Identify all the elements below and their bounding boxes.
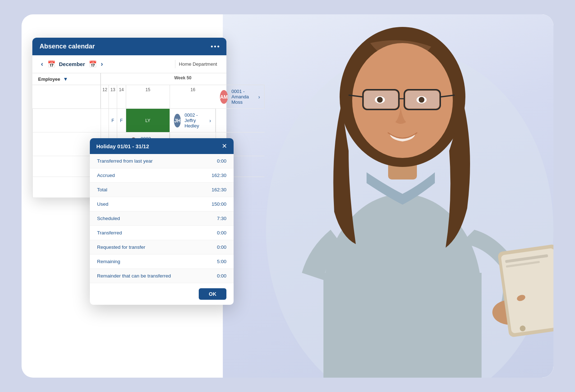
month-label: December <box>59 61 85 67</box>
employee-col-header: Employee ▼ <box>32 73 101 85</box>
emp-arrow-amanda[interactable]: › <box>258 94 260 100</box>
day-header-13: 13 <box>109 85 116 109</box>
modal-footer: OK <box>90 283 234 305</box>
day-header-16: 16 <box>170 85 216 109</box>
calendar-header: Absence calendar <box>32 38 226 55</box>
modal-header: Holiday 01/01 - 31/12 ✕ <box>90 138 234 154</box>
modal-row-transferred: Transferred 0:00 <box>90 226 234 240</box>
avatar-jeffry: JH <box>174 114 181 127</box>
person-figure <box>230 14 553 378</box>
next-month-button[interactable]: › <box>98 59 106 69</box>
amanda-day-14: F <box>109 109 116 132</box>
day-header-15: 15 <box>126 85 170 109</box>
svg-point-14 <box>377 97 383 103</box>
amanda-day-15: F <box>117 109 126 132</box>
modal-body: Transferred from last year 0:00 Accrued … <box>90 154 234 283</box>
emp-name-jeffry: 0002 - Jeffry Hedley <box>184 112 206 129</box>
holiday-modal: Holiday 01/01 - 31/12 ✕ Transferred from… <box>90 138 234 305</box>
prev-month-button[interactable]: ‹ <box>38 59 46 69</box>
week-header: Week 50 <box>101 73 264 85</box>
employee-row-2[interactable]: JH 0002 - Jeffry Hedley › <box>170 109 216 132</box>
row-value-transferred-last-year: 0:00 <box>217 158 226 164</box>
row-label-remainder-transfer: Remainder that can be transferred <box>97 273 171 279</box>
svg-rect-2 <box>323 273 482 378</box>
day-header-14: 14 <box>117 85 126 109</box>
row-label-used: Used <box>97 201 109 207</box>
row-label-transferred-last-year: Transferred from last year <box>97 158 153 164</box>
main-card: Absence calendar ‹ 📅 December 📅 › Home D… <box>22 14 553 378</box>
filter-icon[interactable]: ▼ <box>63 76 68 82</box>
department-label: Home Department <box>175 60 221 68</box>
dot-2 <box>214 46 216 47</box>
row-value-remainder-transfer: 0:00 <box>217 273 226 279</box>
modal-title: Holiday 01/01 - 31/12 <box>96 143 149 149</box>
modal-row-used: Used 150:00 <box>90 197 234 211</box>
row-value-requested-for-transfer: 0:00 <box>217 244 226 250</box>
row-label-total: Total <box>97 187 107 192</box>
row-value-scheduled: 7:30 <box>217 216 226 221</box>
modal-row-remainder-transfer: Remainder that can be transferred 0:00 <box>90 269 234 283</box>
row-label-requested-for-transfer: Requested for transfer <box>97 244 145 250</box>
emp-arrow-jeffry[interactable]: › <box>210 118 211 123</box>
amanda-day-12 <box>32 109 101 132</box>
amanda-day-13 <box>101 109 109 132</box>
row-value-total: 162:30 <box>212 187 226 192</box>
day-header-12: 12 <box>101 85 109 109</box>
row-value-transferred: 0:00 <box>217 230 226 235</box>
person-photo-area <box>223 14 553 378</box>
calendar-icon-left: 📅 <box>47 60 55 68</box>
modal-row-accrued: Accrued 162:30 <box>90 168 234 183</box>
dot-3 <box>217 46 219 47</box>
modal-row-scheduled: Scheduled 7:30 <box>90 211 234 226</box>
modal-row-requested-for-transfer: Requested for transfer 0:00 <box>90 240 234 255</box>
modal-row-transferred-last-year: Transferred from last year 0:00 <box>90 154 234 168</box>
row-label-transferred: Transferred <box>97 230 122 235</box>
month-nav: ‹ 📅 December 📅 › Home Department <box>32 55 226 73</box>
ok-button[interactable]: OK <box>199 288 226 300</box>
amanda-day-16: LY <box>126 109 170 132</box>
row-label-scheduled: Scheduled <box>97 216 120 221</box>
jeffry-day-12 <box>216 109 264 132</box>
modal-row-remaining: Remaining 5:00 <box>90 255 234 269</box>
row-label-accrued: Accrued <box>97 173 115 178</box>
calendar-title: Absence calendar <box>40 43 95 50</box>
employee-label: Employee <box>38 76 60 82</box>
svg-point-16 <box>419 97 424 103</box>
avatar-amanda: AM <box>220 90 228 104</box>
emp-name-amanda: 0001 - Amanda Moss <box>231 89 255 105</box>
employee-row-1[interactable]: AM 0001 - Amanda Moss › <box>216 85 264 109</box>
empty-day-header <box>32 85 101 109</box>
row-label-remaining: Remaining <box>97 259 120 264</box>
dot-1 <box>211 46 213 47</box>
modal-close-button[interactable]: ✕ <box>222 143 227 149</box>
row-value-used: 150:00 <box>212 201 226 207</box>
dots-menu[interactable] <box>211 46 219 47</box>
modal-row-total: Total 162:30 <box>90 183 234 197</box>
row-value-remaining: 5:00 <box>217 259 226 264</box>
row-value-accrued: 162:30 <box>212 173 226 178</box>
calendar-icon-right: 📅 <box>89 60 97 68</box>
